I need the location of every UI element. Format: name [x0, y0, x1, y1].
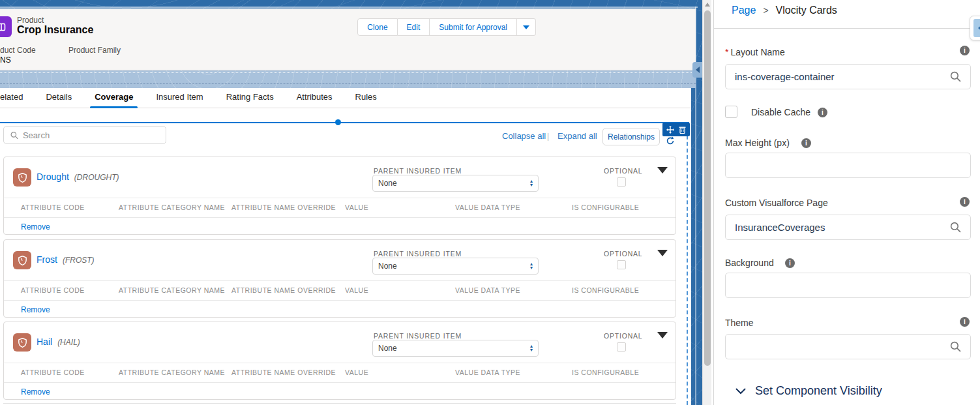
required-asterisk: * — [725, 47, 728, 57]
col-value: VALUE — [345, 286, 368, 294]
parent-insured-item-value: None — [378, 179, 530, 188]
theme-input[interactable] — [735, 341, 950, 352]
optional-checkbox[interactable] — [617, 342, 626, 352]
product-code-value: NS — [0, 55, 11, 65]
info-icon[interactable]: i — [801, 138, 811, 148]
search-icon[interactable] — [950, 71, 961, 82]
parent-insured-item-value: None — [378, 262, 530, 271]
col-attribute-category-name: ATTRIBUTE CATEGORY NAME — [119, 286, 225, 294]
refresh-icon[interactable] — [666, 136, 675, 145]
optional-checkbox[interactable] — [617, 177, 626, 187]
search-icon[interactable] — [950, 222, 961, 233]
card-divider — [4, 382, 676, 383]
collapse-row-caret-icon[interactable] — [657, 167, 668, 173]
col-attribute-category-name: ATTRIBUTE CATEGORY NAME — [119, 368, 225, 376]
record-body: elated Details Coverage Insured Item Rat… — [0, 88, 691, 405]
trash-icon[interactable] — [679, 126, 686, 134]
tab-related[interactable]: elated — [0, 92, 23, 102]
remove-link[interactable]: Remove — [21, 222, 50, 232]
select-stepper-icon: ▴▾ — [530, 262, 533, 270]
col-attribute-name-override: ATTRIBUTE NAME OVERRIDE — [231, 368, 336, 376]
selection-handle[interactable] — [335, 119, 341, 125]
col-is-configurable: IS CONFIGURABLE — [572, 368, 639, 376]
tab-insured-item[interactable]: Insured Item — [156, 92, 203, 102]
theme-label: Theme — [725, 318, 754, 328]
product-code-label: duct Code — [0, 46, 36, 55]
optional-label: OPTIONAL — [604, 250, 643, 258]
tab-coverage[interactable]: Coverage — [95, 92, 133, 102]
tab-rules[interactable]: Rules — [355, 92, 377, 102]
layout-name-field[interactable] — [725, 64, 971, 89]
custom-vf-field[interactable] — [725, 215, 971, 240]
parent-insured-item-select[interactable]: None ▴▾ — [372, 258, 539, 275]
edit-button[interactable]: Edit — [398, 18, 430, 36]
relationships-button[interactable]: Relationships — [602, 128, 660, 145]
background-field[interactable] — [725, 273, 971, 298]
canvas-collapse-handle[interactable] — [692, 62, 702, 78]
coverage-card-frost: Frost (FROST) PARENT INSURED ITEM None ▴… — [3, 239, 676, 318]
coverage-name-link[interactable]: Drought — [37, 172, 69, 182]
expand-all-link[interactable]: Expand all — [557, 131, 597, 141]
parent-insured-item-label: PARENT INSURED ITEM — [374, 250, 462, 258]
coverage-card-hail: Hail (HAIL) PARENT INSURED ITEM None ▴▾ … — [3, 322, 676, 400]
tab-rating-facts[interactable]: Rating Facts — [226, 92, 274, 102]
info-icon[interactable]: i — [960, 197, 970, 207]
info-icon[interactable]: i — [960, 46, 970, 55]
max-height-field[interactable] — [725, 153, 971, 178]
canvas-frame-top — [0, 7, 698, 8]
selection-line — [0, 122, 689, 123]
record-header: Product Crop Insurance Clone Edit Submit… — [0, 8, 696, 70]
info-icon[interactable]: i — [785, 258, 795, 268]
submit-for-approval-button[interactable]: Submit for Approval — [430, 18, 517, 36]
coverage-name-link[interactable]: Frost — [37, 254, 57, 265]
layout-name-input[interactable] — [735, 71, 950, 82]
col-is-configurable: IS CONFIGURABLE — [572, 286, 639, 294]
coverage-code: (DROUGHT) — [74, 173, 119, 182]
card-divider — [4, 217, 676, 218]
info-icon[interactable]: i — [818, 108, 827, 117]
breadcrumb-separator: > — [763, 5, 768, 16]
set-component-visibility-section[interactable]: Set Component Visibility — [735, 384, 882, 398]
select-stepper-icon: ▴▾ — [530, 179, 533, 187]
panel-collapse-tab[interactable] — [970, 16, 980, 40]
remove-link[interactable]: Remove — [21, 387, 50, 397]
search-input[interactable] — [23, 130, 159, 140]
parent-insured-item-label: PARENT INSURED ITEM — [374, 332, 462, 340]
more-actions-button[interactable] — [517, 18, 536, 36]
search-icon[interactable] — [950, 341, 961, 352]
card-divider — [4, 198, 676, 198]
custom-vf-input[interactable] — [735, 222, 950, 233]
parent-insured-item-select[interactable]: None ▴▾ — [372, 175, 539, 192]
scrollbar-thumb[interactable] — [704, 10, 711, 366]
breadcrumb-page-link[interactable]: Page — [732, 5, 756, 16]
section-title: Set Component Visibility — [755, 384, 882, 398]
collapse-row-caret-icon[interactable] — [657, 250, 668, 256]
link-divider: | — [547, 132, 549, 141]
max-height-label: Max Height (px) — [725, 138, 790, 148]
clone-button[interactable]: Clone — [357, 18, 397, 36]
move-icon[interactable] — [666, 126, 674, 134]
record-type-label: Product — [17, 16, 44, 25]
collapse-row-caret-icon[interactable] — [657, 332, 668, 338]
max-height-input[interactable] — [735, 160, 961, 171]
info-icon[interactable]: i — [960, 317, 970, 327]
parent-insured-item-select[interactable]: None ▴▾ — [372, 340, 539, 357]
vertical-scrollbar[interactable] — [702, 0, 711, 405]
tab-attributes[interactable]: Attributes — [297, 92, 333, 102]
parent-insured-item-label: PARENT INSURED ITEM — [374, 167, 462, 175]
optional-checkbox[interactable] — [617, 260, 626, 269]
custom-vf-label: Custom Visualforce Page — [725, 198, 828, 208]
background-input[interactable] — [735, 280, 961, 291]
coverage-search[interactable] — [3, 126, 166, 144]
collapse-all-link[interactable]: Collapse all — [502, 131, 546, 141]
optional-label: OPTIONAL — [604, 167, 643, 175]
col-attribute-code: ATTRIBUTE CODE — [21, 286, 85, 294]
tab-details[interactable]: Details — [46, 92, 72, 102]
selection-border-right — [687, 123, 688, 405]
coverage-name-link[interactable]: Hail — [37, 337, 52, 347]
theme-field[interactable] — [725, 334, 971, 359]
component-outline-dashed — [0, 83, 696, 83]
remove-link[interactable]: Remove — [21, 305, 50, 314]
scroll-up-arrow-icon[interactable] — [705, 3, 710, 7]
disable-cache-checkbox[interactable] — [725, 106, 737, 118]
